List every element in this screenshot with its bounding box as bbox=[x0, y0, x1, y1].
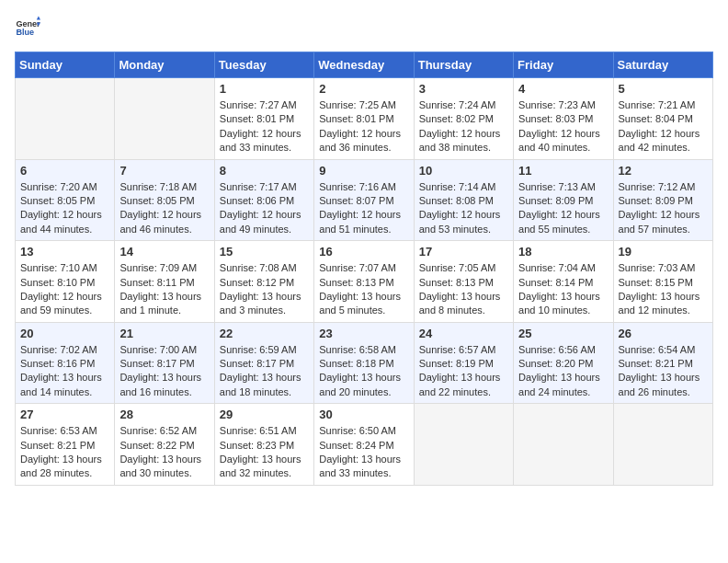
day-number: 30 bbox=[319, 408, 408, 421]
week-row-1: 1Sunrise: 7:27 AMSunset: 8:01 PMDaylight… bbox=[16, 78, 713, 160]
calendar-cell: 12Sunrise: 7:12 AMSunset: 8:09 PMDayligh… bbox=[613, 159, 712, 241]
day-number: 7 bbox=[119, 164, 209, 178]
day-info: Sunrise: 7:02 AMSunset: 8:16 PMDaylight:… bbox=[20, 343, 109, 400]
day-info: Sunrise: 7:12 AMSunset: 8:09 PMDaylight:… bbox=[619, 180, 708, 237]
calendar-cell: 17Sunrise: 7:05 AMSunset: 8:13 PMDayligh… bbox=[414, 241, 513, 323]
day-number: 14 bbox=[119, 245, 209, 259]
day-number: 5 bbox=[619, 82, 708, 96]
day-number: 28 bbox=[119, 408, 209, 421]
day-info: Sunrise: 6:54 AMSunset: 8:21 PMDaylight:… bbox=[619, 343, 708, 400]
calendar-cell bbox=[613, 404, 712, 486]
calendar-cell: 6Sunrise: 7:20 AMSunset: 8:05 PMDaylight… bbox=[16, 159, 115, 241]
week-row-4: 20Sunrise: 7:02 AMSunset: 8:16 PMDayligh… bbox=[16, 322, 713, 404]
weekday-header-tuesday: Tuesday bbox=[214, 52, 313, 78]
weekday-header-row: SundayMondayTuesdayWednesdayThursdayFrid… bbox=[16, 52, 713, 78]
day-number: 17 bbox=[419, 245, 508, 259]
logo: General Blue bbox=[15, 15, 40, 40]
calendar-cell: 13Sunrise: 7:10 AMSunset: 8:10 PMDayligh… bbox=[16, 241, 115, 323]
day-info: Sunrise: 7:08 AMSunset: 8:12 PMDaylight:… bbox=[220, 261, 309, 318]
day-info: Sunrise: 7:17 AMSunset: 8:06 PMDaylight:… bbox=[220, 180, 309, 237]
day-info: Sunrise: 7:10 AMSunset: 8:10 PMDaylight:… bbox=[20, 261, 109, 318]
calendar-cell: 16Sunrise: 7:07 AMSunset: 8:13 PMDayligh… bbox=[314, 241, 414, 323]
calendar: SundayMondayTuesdayWednesdayThursdayFrid… bbox=[15, 52, 713, 486]
day-info: Sunrise: 7:18 AMSunset: 8:05 PMDaylight:… bbox=[119, 180, 209, 237]
weekday-header-thursday: Thursday bbox=[414, 52, 513, 78]
day-info: Sunrise: 6:59 AMSunset: 8:17 PMDaylight:… bbox=[220, 343, 309, 400]
day-number: 10 bbox=[419, 164, 508, 178]
day-info: Sunrise: 7:07 AMSunset: 8:13 PMDaylight:… bbox=[319, 261, 408, 318]
weekday-header-saturday: Saturday bbox=[613, 52, 712, 78]
calendar-cell: 5Sunrise: 7:21 AMSunset: 8:04 PMDaylight… bbox=[613, 78, 712, 160]
calendar-cell: 18Sunrise: 7:04 AMSunset: 8:14 PMDayligh… bbox=[514, 241, 613, 323]
day-number: 26 bbox=[619, 327, 708, 340]
calendar-cell: 9Sunrise: 7:16 AMSunset: 8:07 PMDaylight… bbox=[314, 159, 414, 241]
calendar-cell bbox=[514, 404, 613, 486]
day-number: 16 bbox=[319, 245, 408, 259]
day-number: 11 bbox=[518, 164, 608, 178]
day-number: 19 bbox=[619, 245, 708, 259]
day-info: Sunrise: 7:23 AMSunset: 8:03 PMDaylight:… bbox=[518, 98, 608, 155]
weekday-header-sunday: Sunday bbox=[16, 52, 115, 78]
day-info: Sunrise: 6:53 AMSunset: 8:21 PMDaylight:… bbox=[20, 424, 109, 481]
day-info: Sunrise: 7:20 AMSunset: 8:05 PMDaylight:… bbox=[20, 180, 109, 237]
day-number: 22 bbox=[220, 327, 309, 340]
day-number: 24 bbox=[419, 327, 508, 340]
calendar-cell: 22Sunrise: 6:59 AMSunset: 8:17 PMDayligh… bbox=[214, 322, 313, 404]
logo-icon: General Blue bbox=[15, 15, 40, 40]
day-number: 1 bbox=[220, 82, 309, 96]
week-row-3: 13Sunrise: 7:10 AMSunset: 8:10 PMDayligh… bbox=[16, 241, 713, 323]
day-number: 4 bbox=[518, 82, 608, 96]
week-row-2: 6Sunrise: 7:20 AMSunset: 8:05 PMDaylight… bbox=[16, 159, 713, 241]
calendar-cell: 8Sunrise: 7:17 AMSunset: 8:06 PMDaylight… bbox=[214, 159, 313, 241]
day-info: Sunrise: 7:14 AMSunset: 8:08 PMDaylight:… bbox=[419, 180, 508, 237]
day-info: Sunrise: 7:03 AMSunset: 8:15 PMDaylight:… bbox=[619, 261, 708, 318]
day-number: 2 bbox=[319, 82, 408, 96]
day-number: 8 bbox=[220, 164, 309, 178]
calendar-cell: 2Sunrise: 7:25 AMSunset: 8:01 PMDaylight… bbox=[314, 78, 414, 160]
day-info: Sunrise: 7:13 AMSunset: 8:09 PMDaylight:… bbox=[518, 180, 608, 237]
calendar-cell: 3Sunrise: 7:24 AMSunset: 8:02 PMDaylight… bbox=[414, 78, 513, 160]
day-number: 18 bbox=[518, 245, 608, 259]
day-number: 15 bbox=[220, 245, 309, 259]
calendar-cell bbox=[414, 404, 513, 486]
day-info: Sunrise: 6:56 AMSunset: 8:20 PMDaylight:… bbox=[518, 343, 608, 400]
day-number: 21 bbox=[119, 327, 209, 340]
day-info: Sunrise: 7:27 AMSunset: 8:01 PMDaylight:… bbox=[220, 98, 309, 155]
calendar-cell: 27Sunrise: 6:53 AMSunset: 8:21 PMDayligh… bbox=[16, 404, 115, 486]
calendar-cell: 29Sunrise: 6:51 AMSunset: 8:23 PMDayligh… bbox=[214, 404, 313, 486]
day-number: 23 bbox=[319, 327, 408, 340]
calendar-cell: 15Sunrise: 7:08 AMSunset: 8:12 PMDayligh… bbox=[214, 241, 313, 323]
weekday-header-wednesday: Wednesday bbox=[314, 52, 414, 78]
calendar-cell: 11Sunrise: 7:13 AMSunset: 8:09 PMDayligh… bbox=[514, 159, 613, 241]
svg-text:General: General bbox=[16, 19, 40, 29]
day-number: 20 bbox=[20, 327, 109, 340]
calendar-cell bbox=[16, 78, 115, 160]
svg-marker-2 bbox=[37, 16, 40, 19]
day-info: Sunrise: 6:50 AMSunset: 8:24 PMDaylight:… bbox=[319, 424, 408, 481]
week-row-5: 27Sunrise: 6:53 AMSunset: 8:21 PMDayligh… bbox=[16, 404, 713, 486]
calendar-cell: 26Sunrise: 6:54 AMSunset: 8:21 PMDayligh… bbox=[613, 322, 712, 404]
day-info: Sunrise: 7:16 AMSunset: 8:07 PMDaylight:… bbox=[319, 180, 408, 237]
day-number: 9 bbox=[319, 164, 408, 178]
day-number: 6 bbox=[20, 164, 109, 178]
calendar-cell: 30Sunrise: 6:50 AMSunset: 8:24 PMDayligh… bbox=[314, 404, 414, 486]
day-info: Sunrise: 7:21 AMSunset: 8:04 PMDaylight:… bbox=[619, 98, 708, 155]
day-info: Sunrise: 7:04 AMSunset: 8:14 PMDaylight:… bbox=[518, 261, 608, 318]
day-number: 25 bbox=[518, 327, 608, 340]
svg-text:Blue: Blue bbox=[16, 28, 34, 37]
calendar-cell: 14Sunrise: 7:09 AMSunset: 8:11 PMDayligh… bbox=[115, 241, 214, 323]
calendar-cell: 7Sunrise: 7:18 AMSunset: 8:05 PMDaylight… bbox=[115, 159, 214, 241]
calendar-cell: 20Sunrise: 7:02 AMSunset: 8:16 PMDayligh… bbox=[16, 322, 115, 404]
day-info: Sunrise: 6:52 AMSunset: 8:22 PMDaylight:… bbox=[119, 424, 209, 481]
day-number: 27 bbox=[20, 408, 109, 421]
calendar-cell bbox=[115, 78, 214, 160]
day-info: Sunrise: 7:05 AMSunset: 8:13 PMDaylight:… bbox=[419, 261, 508, 318]
day-info: Sunrise: 6:57 AMSunset: 8:19 PMDaylight:… bbox=[419, 343, 508, 400]
day-info: Sunrise: 7:25 AMSunset: 8:01 PMDaylight:… bbox=[319, 98, 408, 155]
day-info: Sunrise: 6:58 AMSunset: 8:18 PMDaylight:… bbox=[319, 343, 408, 400]
weekday-header-friday: Friday bbox=[514, 52, 613, 78]
day-number: 29 bbox=[220, 408, 309, 421]
calendar-cell: 23Sunrise: 6:58 AMSunset: 8:18 PMDayligh… bbox=[314, 322, 414, 404]
day-number: 12 bbox=[619, 164, 708, 178]
day-number: 3 bbox=[419, 82, 508, 96]
